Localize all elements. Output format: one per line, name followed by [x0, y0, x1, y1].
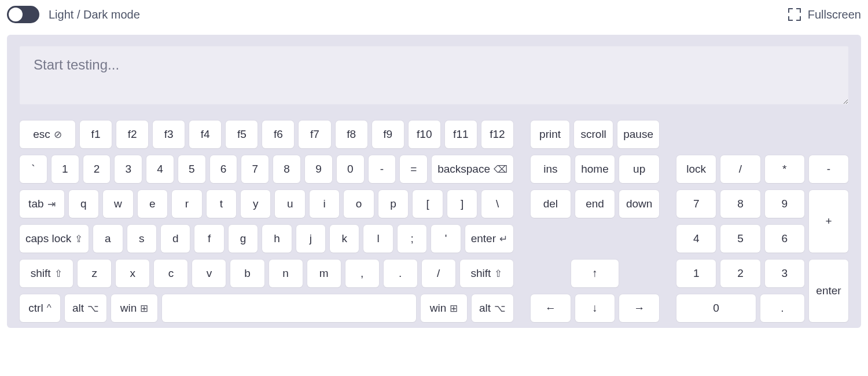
key-f1[interactable]: f1	[80, 121, 112, 148]
key-arrow-up[interactable]: ↑	[571, 260, 619, 287]
key-num-dot[interactable]: .	[760, 294, 804, 322]
key-num-plus[interactable]: +	[809, 190, 848, 253]
key-f3[interactable]: f3	[153, 121, 185, 148]
key-l[interactable]: l	[363, 225, 392, 253]
key-semicolon[interactable]: ;	[398, 225, 426, 253]
key-num-0[interactable]: 0	[676, 294, 756, 322]
key-f8[interactable]: f8	[336, 121, 367, 148]
key-scroll[interactable]: scroll	[574, 121, 613, 148]
key-num-8[interactable]: 8	[720, 190, 760, 218]
key-enter[interactable]: enter↵	[465, 225, 513, 253]
key-minus[interactable]: -	[369, 155, 396, 183]
key-y[interactable]: y	[241, 190, 270, 218]
key-z[interactable]: z	[78, 260, 111, 287]
key-period[interactable]: .	[384, 260, 417, 287]
key-i[interactable]: i	[310, 190, 339, 218]
key-alt-left[interactable]: alt⌥	[65, 294, 106, 322]
key-2[interactable]: 2	[83, 155, 111, 183]
key-ctrl-left[interactable]: ctrl^	[20, 294, 60, 322]
key-c[interactable]: c	[154, 260, 187, 287]
key-f9[interactable]: f9	[372, 121, 404, 148]
key-alt-right[interactable]: alt⌥	[472, 294, 513, 322]
key-n[interactable]: n	[269, 260, 303, 287]
key-f11[interactable]: f11	[445, 121, 477, 148]
fullscreen-button[interactable]: Fullscreen	[788, 8, 861, 21]
key-1[interactable]: 1	[52, 155, 79, 183]
key-f[interactable]: f	[194, 225, 223, 253]
key-end[interactable]: end	[575, 190, 615, 218]
key-9[interactable]: 9	[305, 155, 332, 183]
key-comma[interactable]: ,	[345, 260, 379, 287]
key-num-1[interactable]: 1	[676, 260, 716, 287]
key-6[interactable]: 6	[210, 155, 237, 183]
key-o[interactable]: o	[344, 190, 373, 218]
key-backtick[interactable]: `	[20, 155, 47, 183]
key-f4[interactable]: f4	[189, 121, 221, 148]
key-print[interactable]: print	[531, 121, 569, 148]
key-4[interactable]: 4	[146, 155, 174, 183]
key-rightbracket[interactable]: ]	[447, 190, 477, 218]
key-shift-left[interactable]: shift⇧	[20, 260, 73, 287]
key-arrow-down[interactable]: ↓	[575, 294, 615, 322]
key-d[interactable]: d	[161, 225, 190, 253]
key-f6[interactable]: f6	[262, 121, 294, 148]
key-3[interactable]: 3	[115, 155, 142, 183]
key-leftbracket[interactable]: [	[413, 190, 442, 218]
key-home[interactable]: home	[575, 155, 615, 183]
key-f7[interactable]: f7	[299, 121, 330, 148]
key-num-divide[interactable]: /	[720, 155, 760, 183]
key-s[interactable]: s	[127, 225, 156, 253]
key-pagedown[interactable]: down	[619, 190, 659, 218]
key-0[interactable]: 0	[337, 155, 364, 183]
key-8[interactable]: 8	[273, 155, 300, 183]
key-win-left[interactable]: win⊞	[111, 294, 157, 322]
key-u[interactable]: u	[275, 190, 304, 218]
key-a[interactable]: a	[93, 225, 122, 253]
key-quote[interactable]: '	[431, 225, 460, 253]
key-num-3[interactable]: 3	[765, 260, 804, 287]
key-f5[interactable]: f5	[226, 121, 258, 148]
key-slash[interactable]: /	[422, 260, 455, 287]
key-v[interactable]: v	[192, 260, 226, 287]
key-h[interactable]: h	[262, 225, 291, 253]
key-num-minus[interactable]: -	[809, 155, 848, 183]
key-esc[interactable]: esc⊘	[20, 121, 75, 148]
key-j[interactable]: j	[296, 225, 325, 253]
key-m[interactable]: m	[307, 260, 341, 287]
key-num-4[interactable]: 4	[676, 225, 716, 253]
key-capslock[interactable]: caps lock⇪	[20, 225, 89, 253]
key-num-7[interactable]: 7	[676, 190, 716, 218]
test-input[interactable]	[20, 46, 848, 104]
key-delete[interactable]: del	[531, 190, 571, 218]
key-x[interactable]: x	[116, 260, 149, 287]
dark-mode-toggle[interactable]	[7, 6, 39, 23]
key-e[interactable]: e	[138, 190, 167, 218]
key-num-enter[interactable]: enter	[809, 260, 848, 322]
key-num-2[interactable]: 2	[720, 260, 760, 287]
key-backslash[interactable]: \	[481, 190, 513, 218]
key-p[interactable]: p	[378, 190, 408, 218]
key-t[interactable]: t	[207, 190, 236, 218]
key-f10[interactable]: f10	[409, 121, 440, 148]
key-num-5[interactable]: 5	[720, 225, 760, 253]
key-insert[interactable]: ins	[531, 155, 571, 183]
key-equal[interactable]: =	[400, 155, 427, 183]
key-arrow-left[interactable]: ←	[531, 294, 571, 322]
key-q[interactable]: q	[69, 190, 98, 218]
key-r[interactable]: r	[172, 190, 201, 218]
key-num-multiply[interactable]: *	[765, 155, 804, 183]
key-7[interactable]: 7	[241, 155, 269, 183]
key-b[interactable]: b	[230, 260, 264, 287]
key-g[interactable]: g	[229, 225, 258, 253]
key-k[interactable]: k	[330, 225, 359, 253]
key-w[interactable]: w	[103, 190, 133, 218]
key-pause[interactable]: pause	[617, 121, 659, 148]
key-numlock[interactable]: lock	[676, 155, 716, 183]
key-arrow-right[interactable]: →	[619, 294, 659, 322]
key-shift-right[interactable]: shift⇧	[460, 260, 513, 287]
key-f2[interactable]: f2	[116, 121, 148, 148]
key-space[interactable]	[162, 294, 416, 322]
key-backspace[interactable]: backspace⌫	[432, 155, 513, 183]
key-5[interactable]: 5	[178, 155, 205, 183]
key-num-9[interactable]: 9	[765, 190, 804, 218]
